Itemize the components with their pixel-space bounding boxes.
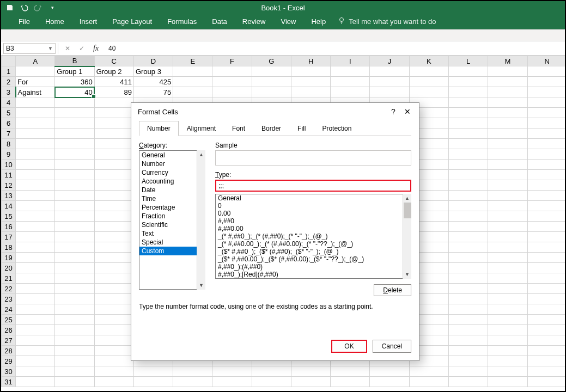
name-box[interactable]: B3 ▼	[3, 43, 56, 54]
cell[interactable]	[55, 304, 94, 315]
cell[interactable]	[449, 222, 488, 232]
format-item[interactable]: #,##0_);(#,##0)	[216, 263, 411, 271]
row-header[interactable]: 5	[2, 108, 16, 118]
category-item[interactable]: Percentage	[139, 203, 205, 212]
save-icon[interactable]	[5, 3, 14, 12]
column-header[interactable]: I	[331, 56, 370, 66]
cell[interactable]	[449, 139, 488, 149]
category-item[interactable]: Fraction	[139, 212, 205, 220]
cell[interactable]	[527, 170, 566, 180]
format-scrollbar[interactable]: ▲ ▼	[403, 194, 411, 279]
cell[interactable]	[94, 284, 133, 294]
cell[interactable]	[16, 346, 55, 356]
cell[interactable]	[16, 128, 55, 139]
format-item[interactable]: #,##0.00_);(#,##0.00)	[216, 278, 411, 279]
cell[interactable]	[488, 211, 527, 222]
cell[interactable]	[94, 346, 133, 356]
cell[interactable]: Group 3	[133, 66, 173, 77]
cell[interactable]	[409, 377, 448, 387]
cell[interactable]: For	[16, 77, 55, 87]
category-item[interactable]: Special	[139, 238, 205, 247]
cell[interactable]	[488, 346, 527, 356]
column-header[interactable]: K	[409, 56, 448, 66]
cell[interactable]	[252, 366, 291, 377]
cell[interactable]	[449, 284, 488, 294]
cell[interactable]	[16, 201, 55, 211]
cell[interactable]	[252, 87, 291, 97]
row-header[interactable]: 20	[2, 263, 16, 273]
cell[interactable]	[55, 149, 94, 160]
cancel-button[interactable]: Cancel	[373, 340, 411, 353]
cell[interactable]	[527, 366, 566, 377]
cell[interactable]	[16, 170, 55, 180]
cell[interactable]	[94, 263, 133, 273]
cell[interactable]: 360	[55, 77, 94, 87]
column-header[interactable]: G	[252, 56, 291, 66]
fx-icon[interactable]: fx	[93, 44, 99, 53]
tab-view[interactable]: View	[273, 14, 303, 29]
cell[interactable]	[55, 160, 94, 170]
cell[interactable]	[16, 304, 55, 315]
cell[interactable]	[527, 294, 566, 304]
cell[interactable]	[55, 242, 94, 253]
cell[interactable]	[173, 377, 212, 387]
cell[interactable]	[16, 97, 55, 108]
cell[interactable]	[16, 242, 55, 253]
select-all[interactable]	[2, 56, 16, 66]
category-item[interactable]: Number	[139, 160, 205, 168]
tab-page-layout[interactable]: Page Layout	[105, 14, 160, 29]
dialog-titlebar[interactable]: Format Cells ? ✕	[131, 103, 419, 120]
category-item[interactable]: Accounting	[139, 177, 205, 186]
cell[interactable]	[488, 191, 527, 201]
delete-button[interactable]: Delete	[374, 284, 411, 296]
cell[interactable]	[488, 366, 527, 377]
tab-insert[interactable]: Insert	[72, 14, 105, 29]
cell[interactable]	[16, 315, 55, 325]
cell[interactable]: Group 2	[94, 66, 133, 77]
cell[interactable]	[527, 273, 566, 284]
cell[interactable]	[55, 118, 94, 128]
format-item[interactable]: _($* #,##0.00_);_($* (#,##0.00);_($* "-"…	[216, 255, 411, 263]
cell[interactable]	[55, 232, 94, 242]
cell[interactable]	[16, 232, 55, 242]
cell[interactable]	[16, 160, 55, 170]
cell[interactable]	[527, 325, 566, 335]
cell[interactable]	[55, 180, 94, 191]
column-header[interactable]: A	[16, 56, 55, 66]
cell[interactable]	[488, 263, 527, 273]
cell[interactable]	[252, 66, 291, 77]
cell[interactable]: 89	[94, 87, 133, 97]
cell[interactable]	[94, 356, 133, 366]
category-item[interactable]: Currency	[139, 168, 205, 177]
cell[interactable]	[94, 294, 133, 304]
cell[interactable]	[212, 66, 252, 77]
cell[interactable]: Against	[16, 87, 55, 97]
formula-input[interactable]: 40	[105, 45, 565, 52]
cell[interactable]	[94, 160, 133, 170]
tab-data[interactable]: Data	[204, 14, 234, 29]
row-header[interactable]: 3	[2, 87, 16, 97]
cell[interactable]	[527, 180, 566, 191]
format-item[interactable]: #,##0_);[Red](#,##0)	[216, 271, 411, 278]
cell[interactable]	[94, 315, 133, 325]
cell[interactable]	[449, 366, 488, 377]
cell[interactable]	[94, 335, 133, 346]
cell[interactable]	[94, 222, 133, 232]
cell[interactable]	[212, 377, 252, 387]
cell[interactable]	[449, 325, 488, 335]
column-header[interactable]: E	[173, 56, 212, 66]
cell[interactable]	[449, 87, 488, 97]
format-item[interactable]: General	[216, 194, 411, 202]
dlgtab-protection[interactable]: Protection	[314, 121, 360, 136]
cell[interactable]	[449, 97, 488, 108]
row-header[interactable]: 12	[2, 180, 16, 191]
cell[interactable]	[16, 335, 55, 346]
cell[interactable]	[16, 222, 55, 232]
cell[interactable]	[55, 366, 94, 377]
cell[interactable]	[449, 128, 488, 139]
cell[interactable]	[449, 304, 488, 315]
row-header[interactable]: 26	[2, 325, 16, 335]
category-item[interactable]: Custom	[139, 247, 205, 255]
row-header[interactable]: 29	[2, 356, 16, 366]
cell[interactable]	[331, 66, 370, 77]
